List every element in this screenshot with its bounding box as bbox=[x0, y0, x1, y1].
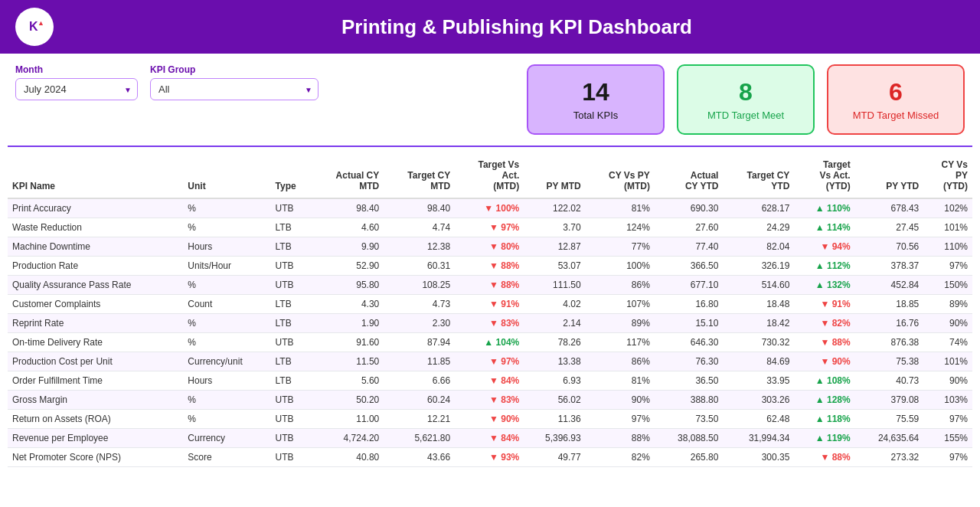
table-row: Revenue per EmployeeCurrencyUTB4,724.205… bbox=[8, 429, 972, 448]
pct-value: 84% bbox=[501, 433, 519, 443]
tvs-mtd: ▼ 80% bbox=[455, 237, 524, 257]
col-actual-cy-mtd: Actual CYMTD bbox=[312, 153, 384, 198]
actual-cy-mtd: 52.90 bbox=[312, 257, 384, 276]
up-arrow-icon: ▲ bbox=[815, 280, 825, 290]
actual-cy-ytd: 265.80 bbox=[655, 448, 724, 467]
tvs-ytd: ▲ 112% bbox=[794, 257, 854, 276]
target-cy-ytd: 514.60 bbox=[723, 276, 794, 295]
cy-vs-py-ytd: 150% bbox=[923, 276, 972, 295]
tvs-mtd: ▼ 90% bbox=[455, 410, 524, 429]
target-cy-ytd: 730.32 bbox=[723, 333, 794, 352]
kpi-type: UTB bbox=[271, 429, 312, 448]
pct-value: 91% bbox=[501, 299, 519, 309]
kpi-name: Net Promoter Score (NPS) bbox=[8, 448, 183, 467]
svg-text:▲: ▲ bbox=[38, 19, 44, 27]
cy-vs-py-ytd: 101% bbox=[923, 218, 972, 237]
col-target-cy-mtd: Target CYMTD bbox=[384, 153, 455, 198]
tvs-mtd: ▼ 97% bbox=[455, 352, 524, 371]
table-row: Production RateUnits/HourUTB52.9060.31▼ … bbox=[8, 257, 972, 276]
py-mtd: 12.87 bbox=[524, 237, 585, 257]
py-mtd: 4.02 bbox=[524, 295, 585, 314]
target-cy-mtd: 12.38 bbox=[384, 237, 455, 257]
actual-cy-mtd: 98.40 bbox=[312, 198, 384, 218]
kpi-name: Order Fulfillment Time bbox=[8, 371, 183, 391]
down-arrow-icon: ▼ bbox=[820, 452, 829, 463]
target-cy-mtd: 5,621.80 bbox=[384, 429, 455, 448]
cy-vs-py-mtd: 88% bbox=[586, 429, 655, 448]
table-row: Production Cost per UnitCurrency/unitLTB… bbox=[8, 352, 972, 371]
cy-vs-py-ytd: 97% bbox=[923, 410, 972, 429]
py-ytd: 379.08 bbox=[855, 391, 924, 410]
actual-cy-ytd: 646.30 bbox=[655, 333, 724, 352]
cy-vs-py-mtd: 90% bbox=[586, 391, 655, 410]
down-arrow-icon: ▼ bbox=[820, 337, 829, 348]
kpi-group-select-wrapper[interactable]: All bbox=[150, 78, 318, 100]
kpi-unit: Hours bbox=[183, 371, 270, 391]
month-control: Month July 2024 bbox=[15, 64, 138, 100]
py-ytd: 70.56 bbox=[855, 237, 924, 257]
actual-cy-mtd: 91.60 bbox=[312, 333, 384, 352]
up-arrow-icon: ▲ bbox=[815, 222, 825, 233]
kpi-unit: % bbox=[183, 333, 270, 352]
table-row: Net Promoter Score (NPS)ScoreUTB40.8043.… bbox=[8, 448, 972, 467]
kpi-type: UTB bbox=[271, 448, 312, 467]
target-cy-mtd: 60.31 bbox=[384, 257, 455, 276]
tvs-ytd: ▲ 128% bbox=[794, 391, 854, 410]
pct-value: 132% bbox=[827, 280, 851, 290]
down-arrow-icon: ▼ bbox=[489, 452, 498, 463]
kpi-type: UTB bbox=[271, 276, 312, 295]
cy-vs-py-ytd: 103% bbox=[923, 391, 972, 410]
py-mtd: 3.70 bbox=[524, 218, 585, 237]
kpi-type: UTB bbox=[271, 391, 312, 410]
actual-cy-ytd: 73.50 bbox=[655, 410, 724, 429]
target-cy-mtd: 108.25 bbox=[384, 276, 455, 295]
py-ytd: 24,635.64 bbox=[855, 429, 924, 448]
table-row: Print Accuracy%UTB98.4098.40▼ 100%122.02… bbox=[8, 198, 972, 218]
py-mtd: 11.36 bbox=[524, 410, 585, 429]
col-cy-vs-py-ytd: CY VsPY(YTD) bbox=[923, 153, 972, 198]
kpi-group-control: KPI Group All bbox=[150, 64, 318, 100]
table-row: On-time Delivery Rate%UTB91.6087.94▲ 104… bbox=[8, 333, 972, 352]
cy-vs-py-ytd: 74% bbox=[923, 333, 972, 352]
kpi-name: Machine Downtime bbox=[8, 237, 183, 257]
down-arrow-icon: ▼ bbox=[489, 394, 498, 405]
pct-value: 94% bbox=[832, 241, 851, 252]
py-mtd: 122.02 bbox=[524, 198, 585, 218]
target-cy-ytd: 62.48 bbox=[723, 410, 794, 429]
page-title: Printing & Publishing KPI Dashboard bbox=[69, 15, 965, 39]
col-unit: Unit bbox=[183, 153, 270, 198]
kpi-unit: % bbox=[183, 198, 270, 218]
cy-vs-py-mtd: 86% bbox=[586, 352, 655, 371]
py-mtd: 49.77 bbox=[524, 448, 585, 467]
py-ytd: 18.85 bbox=[855, 295, 924, 314]
target-cy-mtd: 98.40 bbox=[384, 198, 455, 218]
table-row: Return on Assets (ROA)%UTB11.0012.21▼ 90… bbox=[8, 410, 972, 429]
up-arrow-icon: ▲ bbox=[815, 394, 825, 405]
cy-vs-py-mtd: 82% bbox=[586, 448, 655, 467]
col-cy-vs-py-mtd: CY Vs PY(MTD) bbox=[586, 153, 655, 198]
month-select[interactable]: July 2024 bbox=[15, 78, 138, 100]
pct-value: 88% bbox=[832, 452, 851, 463]
tvs-ytd: ▼ 88% bbox=[794, 448, 854, 467]
kpi-name: Production Rate bbox=[8, 257, 183, 276]
col-tvs-ytd: TargetVs Act.(YTD) bbox=[794, 153, 854, 198]
kpi-unit: % bbox=[183, 218, 270, 237]
tvs-mtd: ▼ 88% bbox=[455, 276, 524, 295]
py-mtd: 6.93 bbox=[524, 371, 585, 391]
tvs-mtd: ▼ 84% bbox=[455, 371, 524, 391]
cy-vs-py-mtd: 124% bbox=[586, 218, 655, 237]
kpi-name: Reprint Rate bbox=[8, 314, 183, 333]
py-mtd: 2.14 bbox=[524, 314, 585, 333]
pct-value: 97% bbox=[501, 222, 519, 233]
down-arrow-icon: ▼ bbox=[820, 241, 829, 252]
tvs-mtd: ▼ 83% bbox=[455, 391, 524, 410]
kpi-group-select[interactable]: All bbox=[150, 78, 318, 100]
cy-vs-py-ytd: 90% bbox=[923, 314, 972, 333]
kpi-cards: 14 Total KPIs 8 MTD Target Meet 6 MTD Ta… bbox=[331, 64, 965, 135]
kpi-type: LTB bbox=[271, 352, 312, 371]
month-select-wrapper[interactable]: July 2024 bbox=[15, 78, 138, 100]
kpi-type: LTB bbox=[271, 237, 312, 257]
tvs-mtd: ▼ 97% bbox=[455, 218, 524, 237]
down-arrow-icon: ▼ bbox=[820, 299, 829, 309]
tvs-mtd: ▲ 104% bbox=[455, 333, 524, 352]
